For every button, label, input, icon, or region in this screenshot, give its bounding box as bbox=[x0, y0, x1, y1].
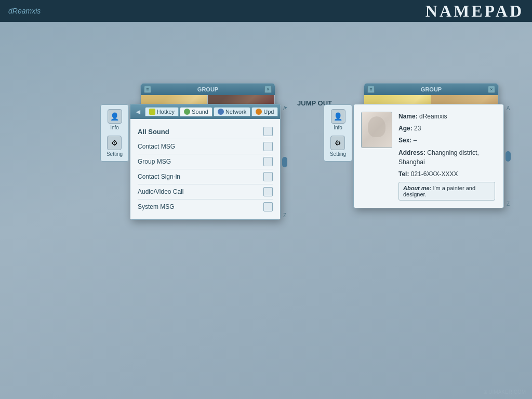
profile-address-line: Address: Changning district, Shanghai bbox=[398, 148, 495, 167]
scroll-thumb[interactable] bbox=[282, 157, 287, 167]
titlebar-icons-left: ≡ bbox=[144, 86, 151, 93]
system-msg-label: System MSG bbox=[138, 203, 175, 210]
settings-tabs: ◄ Hotkey Sound Network Upd bbox=[130, 104, 280, 119]
right-menu-btn[interactable]: ≡ bbox=[367, 86, 375, 93]
profile-scroll-top: A bbox=[507, 105, 510, 111]
profile-sidebar-info-btn[interactable]: 👤 Info bbox=[331, 109, 345, 130]
profile-scroll-bottom: Z bbox=[507, 201, 510, 207]
all-sound-label: All Sound bbox=[138, 128, 169, 136]
contact-sign-toggle[interactable] bbox=[263, 172, 273, 181]
settings-row-group-msg: Group MSG bbox=[138, 154, 273, 169]
profile-age-label: Age: bbox=[398, 125, 413, 132]
settings-row-contact-msg: Contact MSG bbox=[138, 139, 273, 154]
profile-scroll-thumb[interactable] bbox=[506, 151, 511, 162]
all-sound-toggle[interactable] bbox=[263, 127, 273, 136]
app-title: NAMEPAD bbox=[425, 2, 524, 21]
profile-age-line: Age: 23 bbox=[398, 124, 495, 133]
watermark: ⊞ UIMAKER.COM bbox=[483, 389, 526, 395]
profile-info-icon: 👤 bbox=[331, 109, 345, 124]
profile-sex-value: – bbox=[414, 137, 417, 144]
profile-content: Name: dReamxis Age: 23 Sex: – Address: C… bbox=[361, 112, 495, 201]
contact-msg-label: Contact MSG bbox=[138, 143, 175, 150]
right-section: ≡ GROUP × 👤 Info ⚙ Setting bbox=[364, 83, 499, 154]
jump-out-arrow: ↑ bbox=[284, 103, 288, 114]
profile-address-block: Address: Changning district, Shanghai Te… bbox=[398, 148, 495, 179]
profile-sidebar-setting-label: Setting bbox=[330, 151, 346, 157]
scroll-bottom-label: Z bbox=[283, 212, 286, 218]
settings-row-contact-sign: Contact Sign-in bbox=[138, 169, 273, 184]
profile-avatar-box bbox=[361, 112, 392, 148]
tab-nav-prev[interactable]: ◄ bbox=[132, 108, 144, 116]
contact-sign-label: Contact Sign-in bbox=[138, 173, 180, 180]
sidebar-setting-label: Setting bbox=[107, 151, 123, 157]
group-msg-toggle[interactable] bbox=[263, 157, 273, 166]
tab-sound[interactable]: Sound bbox=[180, 107, 212, 116]
settings-popup: 👤 Info ⚙ Setting ◄ Hotkey Sound Network bbox=[130, 104, 281, 220]
profile-left bbox=[361, 112, 392, 201]
upd-icon bbox=[256, 109, 262, 115]
top-bar: dReamxis NAMEPAD bbox=[0, 0, 532, 22]
left-group-titlebar: ≡ GROUP × bbox=[141, 84, 275, 95]
contact-msg-toggle[interactable] bbox=[263, 142, 273, 151]
settings-scrollbar: A Z bbox=[281, 104, 288, 219]
profile-tel-value: 021-6XXX-XXXX bbox=[411, 170, 458, 178]
settings-body: All Sound Contact MSG Group MSG Contact … bbox=[130, 119, 280, 219]
profile-info: Name: dReamxis Age: 23 Sex: – Address: C… bbox=[398, 112, 495, 201]
settings-sidebar: 👤 Info ⚙ Setting bbox=[100, 104, 129, 162]
profile-sidebar: 👤 Info ⚙ Setting bbox=[324, 104, 352, 162]
tab-hotkey[interactable]: Hotkey bbox=[145, 107, 179, 116]
settings-row-all-sound: All Sound bbox=[138, 124, 273, 139]
profile-name-value: dReamxis bbox=[419, 113, 447, 120]
profile-setting-icon: ⚙ bbox=[330, 136, 345, 150]
left-menu-btn[interactable]: ≡ bbox=[144, 86, 151, 93]
tab-upd[interactable]: Upd bbox=[251, 107, 278, 116]
av-call-label: Audio/Video Call bbox=[138, 188, 184, 195]
profile-popup: 👤 Info ⚙ Setting Name: dReamxis bbox=[353, 104, 504, 208]
profile-sidebar-info-label: Info bbox=[334, 125, 342, 130]
profile-address-label: Address: bbox=[398, 149, 425, 156]
network-icon bbox=[218, 109, 224, 115]
left-section: ≡ GROUP × 👤 Info ⚙ Setting bbox=[140, 83, 275, 154]
settings-row-av-call: Audio/Video Call bbox=[138, 184, 273, 200]
left-close-btn[interactable]: × bbox=[264, 86, 272, 93]
sidebar-info-label: Info bbox=[110, 125, 119, 130]
info-icon: 👤 bbox=[108, 109, 122, 124]
profile-name-label: Name: bbox=[398, 113, 418, 120]
profile-tel-label: Tel: bbox=[398, 170, 409, 178]
sound-icon bbox=[184, 109, 190, 115]
profile-sex-label: Sex: bbox=[398, 137, 411, 144]
tab-network[interactable]: Network bbox=[214, 107, 250, 116]
right-group-title: GROUP bbox=[375, 86, 488, 92]
profile-sidebar-setting-btn[interactable]: ⚙ Setting bbox=[330, 136, 346, 157]
profile-about-label: About me: bbox=[403, 185, 431, 191]
settings-row-system-msg: System MSG bbox=[138, 200, 273, 214]
av-call-toggle[interactable] bbox=[263, 187, 273, 196]
right-group-titlebar: ≡ GROUP × bbox=[364, 84, 498, 95]
sidebar-setting-btn[interactable]: ⚙ Setting bbox=[107, 136, 123, 157]
profile-scrollbar: A Z bbox=[504, 104, 512, 208]
right-titlebar-icons: ≡ bbox=[367, 86, 375, 93]
system-msg-toggle[interactable] bbox=[263, 202, 273, 211]
profile-tel-line: Tel: 021-6XXX-XXXX bbox=[398, 169, 495, 179]
app-name: dReamxis bbox=[8, 7, 41, 15]
profile-name-line: Name: dReamxis bbox=[398, 112, 495, 121]
profile-age-value: 23 bbox=[414, 125, 421, 132]
profile-sex-line: Sex: – bbox=[398, 136, 495, 145]
left-group-title: GROUP bbox=[151, 86, 264, 92]
profile-about-box: About me: I'm a painter and designer. bbox=[398, 182, 495, 201]
group-msg-label: Group MSG bbox=[138, 158, 171, 165]
profile-avatar-sketch bbox=[362, 112, 392, 148]
sidebar-info-btn[interactable]: 👤 Info bbox=[108, 109, 122, 130]
setting-icon: ⚙ bbox=[107, 136, 122, 150]
hotkey-icon bbox=[149, 109, 155, 115]
right-close-btn[interactable]: × bbox=[488, 86, 495, 93]
